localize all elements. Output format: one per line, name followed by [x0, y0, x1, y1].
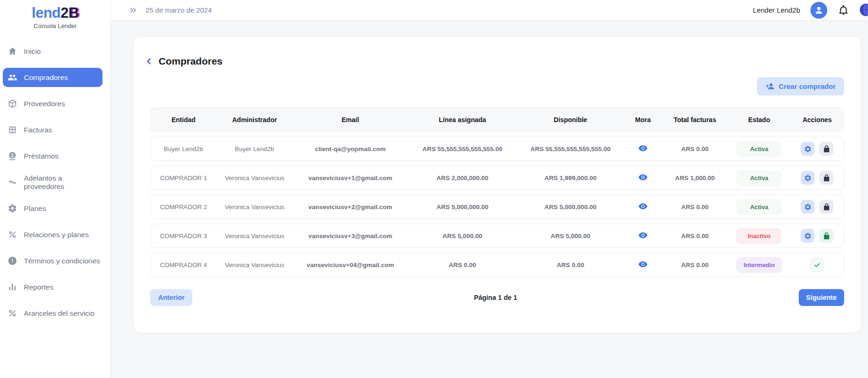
status-badge: Activa — [737, 141, 781, 157]
cell-total-facturas: ARS 0.00 — [662, 262, 728, 269]
chevron-left-icon — [145, 57, 154, 66]
cell-linea-asignada: ARS 5,000,000.00 — [408, 204, 517, 211]
cell-administrador: Veronica Vansevicius — [216, 174, 293, 182]
sidebar-item-prestamos[interactable]: Préstamos — [3, 146, 102, 166]
cell-entidad: COMPRADOR 2 — [151, 204, 216, 211]
cell-linea-asignada: ARS 55,555,555,555,555.00 — [408, 145, 517, 153]
settings-button[interactable] — [801, 229, 815, 243]
sidebar-item-label: Adelantos a proveedores — [24, 174, 102, 191]
cell-total-facturas: ARS 0.00 — [662, 233, 728, 240]
avatar[interactable] — [810, 2, 827, 19]
view-mora-button[interactable] — [638, 173, 648, 182]
col-header-administrador: Administrador — [216, 116, 293, 124]
check-icon — [813, 261, 821, 269]
app-root: lend2B Consola Lender Inicio Compradores… — [0, 0, 868, 378]
person-icon — [814, 5, 824, 15]
sidebar-item-relaciones[interactable]: Relaciones y planes — [3, 225, 102, 244]
cell-linea-asignada: ARS 2,000,000.00 — [408, 174, 517, 182]
percent-icon — [7, 230, 17, 240]
cell-administrador: Veronica Vansevicius — [216, 204, 293, 211]
cell-entidad: COMPRADOR 3 — [151, 233, 216, 240]
cell-linea-asignada: ARS 0.00 — [408, 262, 517, 269]
alert-circle-icon — [7, 256, 17, 266]
cell-email: client-qa@yopmail.com — [293, 145, 408, 153]
users-icon — [7, 73, 17, 82]
eye-icon — [638, 173, 648, 182]
topbar-right: Lender Lend2b — [753, 2, 868, 19]
compradores-table: Entidad Administrador Email Línea asigna… — [150, 108, 844, 277]
page-title: Compradores — [159, 56, 223, 67]
gear-icon — [804, 174, 812, 182]
gear-icon — [804, 203, 812, 211]
lock-icon — [823, 203, 831, 211]
lock-button[interactable] — [819, 171, 833, 185]
sidebar-item-proveedores[interactable]: Proveedores — [3, 94, 102, 113]
settings-button[interactable] — [801, 200, 815, 214]
view-mora-button[interactable] — [638, 260, 648, 269]
sidebar-item-adelantos[interactable]: Adelantos a proveedores — [3, 173, 102, 192]
table-header-row: Entidad Administrador Email Línea asigna… — [150, 108, 844, 132]
sidebar-item-reportes[interactable]: Reportes — [3, 277, 102, 297]
col-header-entidad: Entidad — [151, 116, 216, 124]
cell-disponible: ARS 0.00 — [517, 262, 624, 269]
sidebar-item-label: Términos y condiciones — [24, 257, 100, 265]
box-icon — [7, 99, 17, 109]
sidebar-item-compradores[interactable]: Compradores — [3, 68, 102, 87]
logo-2: 2 — [61, 5, 69, 21]
create-comprador-label: Crear comprador — [779, 82, 836, 90]
cell-email: vanseviciusv+04@gmail.com — [293, 262, 408, 269]
cell-administrador: Buyer Lend2b — [216, 145, 293, 153]
topbar-left: 25 de marzo de 2024 — [129, 6, 212, 15]
sidebar-item-label: Planes — [24, 204, 46, 213]
lock-button[interactable] — [819, 142, 833, 156]
col-header-total-facturas: Total facturas — [662, 116, 728, 124]
settings-button[interactable] — [801, 142, 815, 156]
next-page-button[interactable]: Siguiente — [799, 289, 844, 306]
view-mora-button[interactable] — [638, 202, 648, 211]
lock-button[interactable] — [819, 200, 833, 214]
compradores-card: Compradores Crear comprador Entidad Admi… — [133, 36, 861, 333]
cell-administrador: Veronica Vansevicius — [216, 262, 293, 269]
topbar: 25 de marzo de 2024 Lender Lend2b — [111, 0, 868, 21]
brand-logo: lend2B — [0, 5, 110, 22]
eye-icon — [638, 260, 648, 269]
cell-total-facturas: ARS 0.00 — [662, 145, 728, 153]
notifications-bell-icon[interactable] — [838, 4, 849, 16]
bar-chart-icon — [7, 282, 17, 292]
view-mora-button[interactable] — [638, 144, 648, 153]
approve-button[interactable] — [810, 258, 824, 272]
globe-icon[interactable] — [859, 2, 868, 17]
content-area: Compradores Crear comprador Entidad Admi… — [111, 21, 868, 378]
lock-icon — [823, 174, 831, 182]
sidebar-item-terminos[interactable]: Términos y condiciones — [3, 251, 102, 270]
sidebar-item-facturas[interactable]: Facturas — [3, 120, 102, 139]
sidebar-item-planes[interactable]: Planes — [3, 199, 102, 218]
sidebar-item-aranceles[interactable]: Aranceles del servicio — [3, 304, 102, 323]
eye-icon — [638, 144, 648, 153]
sidebar-nav: Inicio Compradores Proveedores Facturas … — [0, 42, 110, 323]
view-mora-button[interactable] — [638, 231, 648, 240]
table-row: COMPRADOR 2 Veronica Vansevicius vansevi… — [150, 195, 844, 219]
cell-disponible: ARS 5,000,000.00 — [517, 204, 624, 211]
col-header-estado: Estado — [728, 116, 790, 124]
unlock-button[interactable] — [819, 229, 833, 243]
back-button[interactable] — [145, 57, 154, 66]
sidebar: lend2B Consola Lender Inicio Compradores… — [0, 0, 111, 378]
gear-icon — [804, 232, 812, 240]
expand-sidebar-double-chevron-icon[interactable] — [129, 6, 138, 15]
previous-page-button[interactable]: Anterior — [150, 289, 192, 306]
status-badge: Activa — [737, 170, 781, 186]
cell-administrador: Veronica Vansevicius — [216, 233, 293, 240]
create-comprador-button[interactable]: Crear comprador — [757, 77, 844, 95]
percent-icon — [7, 308, 17, 318]
sidebar-item-label: Préstamos — [24, 152, 58, 160]
home-icon — [7, 46, 17, 56]
settings-button[interactable] — [801, 171, 815, 185]
cell-email: vanseviciusv+2@gmail.com — [293, 204, 408, 211]
gear-icon — [7, 204, 17, 213]
sidebar-item-label: Aranceles del servicio — [24, 309, 95, 318]
logo-b: B — [68, 5, 79, 21]
page-indicator: Página 1 de 1 — [192, 294, 798, 301]
sidebar-item-inicio[interactable]: Inicio — [3, 42, 102, 61]
main-area: 25 de marzo de 2024 Lender Lend2b — [111, 0, 868, 378]
